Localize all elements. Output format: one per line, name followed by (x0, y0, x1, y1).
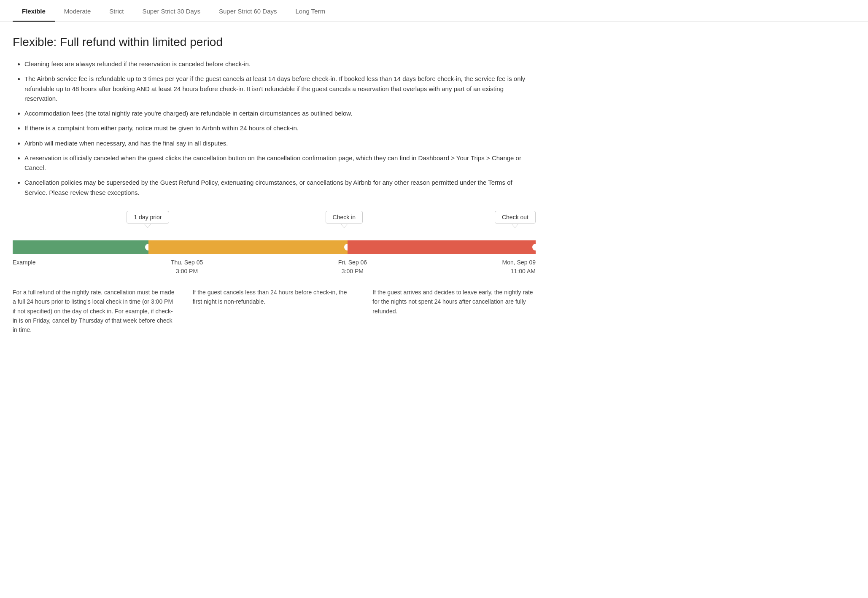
date-1: Thu, Sep 05 3:00 PM (171, 258, 203, 276)
label-checkin-box: Check in (326, 211, 363, 224)
label-1day-arrow (144, 224, 151, 228)
bar-red (348, 240, 536, 254)
label-checkin-arrow (341, 224, 348, 228)
tabs-container: Flexible Moderate Strict Super Strict 30… (0, 0, 868, 22)
dates-row: Example Thu, Sep 05 3:00 PM Fri, Sep 06 … (13, 258, 536, 276)
date-3: Mon, Sep 09 11:00 AM (502, 258, 536, 276)
bullet-6: A reservation is officially canceled whe… (24, 153, 536, 173)
label-1day-prior: 1 day prior (127, 211, 169, 228)
bar-green (13, 240, 148, 254)
desc-2: If the guest cancels less than 24 hours … (193, 288, 373, 335)
descriptions-row: For a full refund of the nightly rate, c… (13, 288, 536, 335)
label-1day-prior-box: 1 day prior (127, 211, 169, 224)
tab-super-strict-30[interactable]: Super Strict 30 Days (133, 0, 210, 22)
bullet-2: The Airbnb service fee is refundable up … (24, 74, 536, 103)
label-checkout-arrow (512, 224, 518, 228)
desc-3: If the guest arrives and decides to leav… (372, 288, 536, 335)
date-2: Fri, Sep 06 3:00 PM (338, 258, 367, 276)
tab-long-term[interactable]: Long Term (286, 0, 335, 22)
policy-bullets: Cleaning fees are always refunded if the… (13, 59, 536, 197)
label-checkout-box: Check out (495, 211, 536, 224)
bullet-7: Cancellation policies may be superseded … (24, 178, 536, 197)
tab-strict[interactable]: Strict (100, 0, 133, 22)
timeline-section: 1 day prior Check in Check out (13, 211, 536, 335)
tab-flexible[interactable]: Flexible (13, 0, 55, 22)
tab-moderate[interactable]: Moderate (55, 0, 100, 22)
bullet-3: Accommodation fees (the total nightly ra… (24, 108, 536, 118)
desc-1: For a full refund of the nightly rate, c… (13, 288, 193, 335)
tabs-list: Flexible Moderate Strict Super Strict 30… (13, 0, 855, 22)
dot-red-end (532, 244, 539, 251)
label-checkout: Check out (495, 211, 536, 228)
bullet-5: Airbnb will mediate when necessary, and … (24, 138, 536, 148)
bullet-4: If there is a complaint from either part… (24, 123, 536, 133)
page-title: Flexible: Full refund within limited per… (13, 35, 536, 49)
bar-yellow (148, 240, 347, 254)
timeline-labels-row: 1 day prior Check in Check out (13, 211, 536, 240)
tab-super-strict-60[interactable]: Super Strict 60 Days (210, 0, 286, 22)
main-content: Flexible: Full refund within limited per… (0, 22, 548, 352)
date-example-label: Example (13, 258, 35, 276)
color-bar (13, 240, 536, 254)
label-checkin: Check in (326, 211, 363, 228)
bullet-1: Cleaning fees are always refunded if the… (24, 59, 536, 69)
